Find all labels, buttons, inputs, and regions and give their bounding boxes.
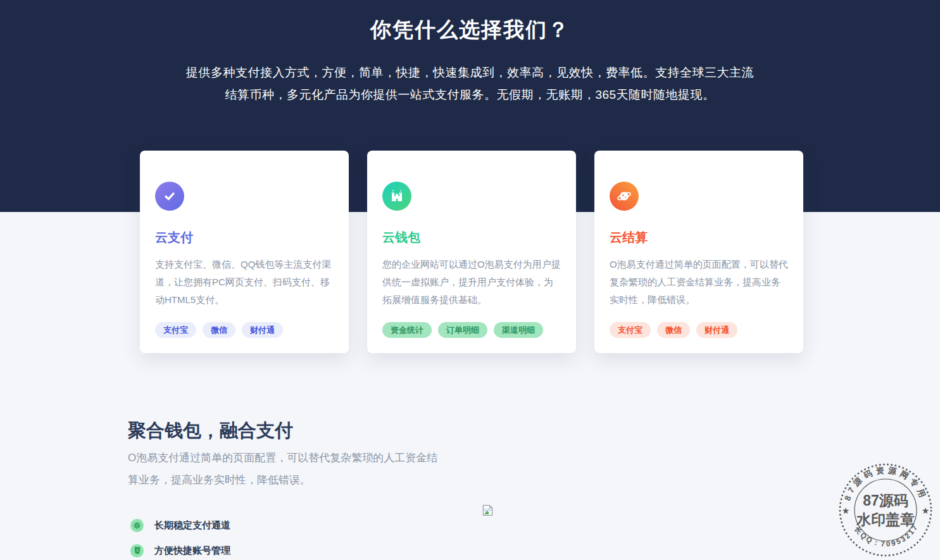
card-tags: 支付宝 微信 财付通	[155, 322, 334, 338]
card-title: 云结算	[610, 229, 788, 246]
stamp-star-right: ★	[922, 506, 930, 516]
feature-stable-channel: 长期稳定支付通道	[130, 518, 230, 533]
tag: 渠道明细	[494, 322, 543, 338]
aggregate-heading: 聚合钱包，融合支付	[128, 418, 293, 444]
tag: 订单明细	[438, 322, 487, 338]
tag: 微信	[657, 322, 690, 338]
stamp-star-left: ★	[842, 506, 850, 516]
tag: 支付宝	[155, 322, 196, 338]
tag: 财付通	[696, 322, 737, 338]
hero-subtitle-line1: 提供多种支付接入方式，方便，简单，快捷，快速集成到，效率高，见效快，费率低。支持…	[186, 66, 754, 79]
watermark-stamp: 87源码资源网专用 站长QQ：709532176 87源码 水印盖章 ★ ★	[835, 459, 936, 560]
card-title: 云支付	[155, 229, 334, 246]
html5-shield-icon: 5	[130, 544, 144, 557]
gear-icon	[130, 519, 144, 532]
castle-icon	[382, 182, 411, 211]
card-description: 支持支付宝、微信、QQ钱包等主流支付渠道，让您拥有PC网页支付、扫码支付、移动H…	[155, 256, 334, 309]
tag: 支付宝	[610, 322, 651, 338]
card-cloud-wallet: 云钱包 您的企业网站可以通过O泡易支付为用户提供统一虚拟账户，提升用户支付体验，…	[367, 151, 576, 353]
card-description: O泡易支付通过简单的页面配置，可以替代复杂繁琐的人工资金结算业务，提高业务实时性…	[610, 256, 788, 309]
hero-subtitle-line2: 结算币种，多元化产品为你提供一站式支付服务。无假期，无账期，365天随时随地提现…	[225, 88, 715, 101]
hero-subtitle: 提供多种支付接入方式，方便，简单，快捷，快速集成到，效率高，见效快，费率低。支持…	[0, 61, 940, 106]
stamp-center-line2: 水印盖章	[856, 511, 915, 528]
tag: 资金统计	[382, 322, 432, 338]
hero-title: 你凭什么选择我们？	[0, 0, 940, 44]
check-icon	[155, 182, 184, 211]
tag: 财付通	[242, 322, 283, 338]
feature-label: 方便快捷账号管理	[154, 545, 230, 557]
feature-cards: 云支付 支持支付宝、微信、QQ钱包等主流支付渠道，让您拥有PC网页支付、扫码支付…	[140, 151, 803, 353]
broken-image-icon	[481, 504, 494, 517]
feature-list: 长期稳定支付通道 5 方便快捷账号管理	[130, 518, 230, 560]
card-tags: 资金统计 订单明细 渠道明细	[382, 322, 561, 338]
planet-icon	[610, 182, 639, 211]
card-description: 您的企业网站可以通过O泡易支付为用户提供统一虚拟账户，提升用户支付体验，为拓展增…	[382, 256, 561, 309]
feature-account-management: 5 方便快捷账号管理	[130, 543, 230, 558]
aggregate-description: O泡易支付通过简单的页面配置，可以替代复杂繁琐的人工资金结算业务，提高业务实时性…	[128, 447, 448, 491]
card-tags: 支付宝 微信 财付通	[610, 322, 788, 338]
card-title: 云钱包	[382, 229, 561, 246]
stamp-center-line1: 87源码	[863, 492, 908, 509]
feature-label: 长期稳定支付通道	[154, 520, 230, 532]
card-cloud-payment: 云支付 支持支付宝、微信、QQ钱包等主流支付渠道，让您拥有PC网页支付、扫码支付…	[140, 151, 349, 353]
tag: 微信	[203, 322, 235, 338]
card-cloud-settlement: 云结算 O泡易支付通过简单的页面配置，可以替代复杂繁琐的人工资金结算业务，提高业…	[594, 151, 803, 353]
